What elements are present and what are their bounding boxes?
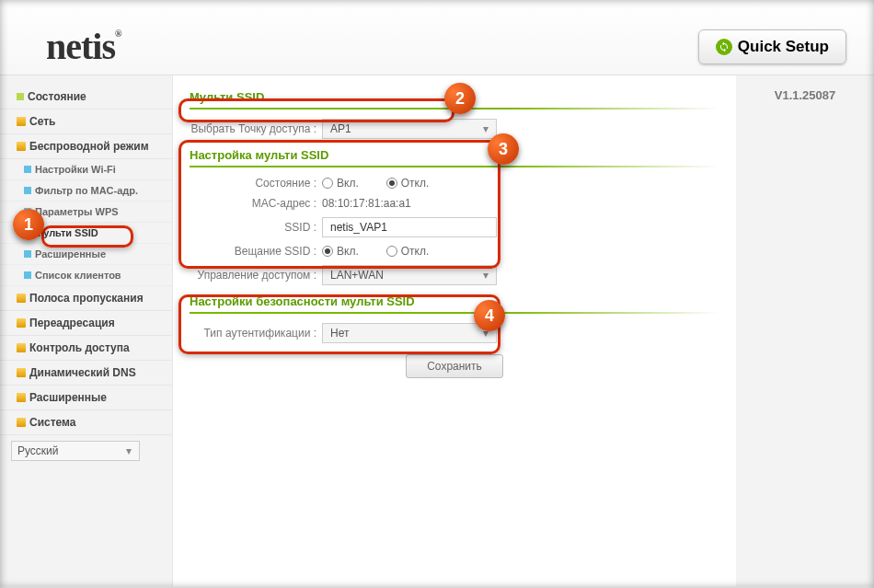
sidebar-item-label: Полоса пропускания — [29, 292, 144, 305]
sidebar-sub-clients[interactable]: Список клиентов — [0, 265, 172, 286]
expand-icon — [17, 294, 26, 303]
bullet-icon — [17, 93, 24, 100]
state-off-radio[interactable]: Откл. — [386, 177, 430, 190]
sidebar-item-access-control[interactable]: Контроль доступа — [0, 336, 172, 361]
save-button[interactable]: Сохранить — [406, 354, 503, 378]
language-select[interactable]: Русский — [11, 441, 140, 461]
ap-select-label: Выбрать Точку доступа : — [190, 122, 322, 135]
expand-icon — [17, 318, 26, 328]
refresh-icon — [716, 39, 732, 55]
sidebar-sub-wps[interactable]: Параметры WPS — [0, 202, 172, 223]
broadcast-label: Вещание SSID : — [190, 245, 322, 258]
expand-icon — [17, 142, 26, 151]
sidebar-item-label: Список клиентов — [35, 270, 121, 281]
divider — [190, 166, 719, 167]
expand-icon — [17, 343, 26, 352]
sidebar-item-ddns[interactable]: Динамический DNS — [0, 361, 172, 386]
sidebar-item-label: Фильтр по MAC-адр. — [35, 185, 138, 196]
state-on-radio[interactable]: Вкл. — [322, 177, 359, 190]
broadcast-off-radio[interactable]: Откл. — [386, 245, 430, 258]
sidebar-item-label: Переадресация — [29, 317, 115, 329]
radio-label: Откл. — [401, 245, 430, 258]
sidebar-item-network[interactable]: Сеть — [0, 110, 172, 134]
access-select[interactable]: LAN+WAN — [322, 265, 497, 285]
expand-icon — [17, 418, 26, 427]
sidebar-item-label: Настройки Wi-Fi — [35, 164, 116, 175]
radio-icon — [386, 178, 397, 189]
expand-icon — [17, 117, 26, 126]
sidebar-item-label: Динамический DNS — [29, 366, 136, 379]
access-label: Управление доступом : — [190, 269, 322, 282]
expand-icon — [17, 393, 26, 402]
sidebar-item-label: Беспроводной режим — [29, 140, 149, 153]
ap-select[interactable]: AP1 — [322, 119, 497, 139]
radio-label: Вкл. — [337, 177, 359, 190]
ssid-input[interactable] — [322, 217, 497, 237]
row-state: Состояние : Вкл. Откл. — [190, 173, 719, 193]
sidebar-sub-wifi-settings[interactable]: Настройки Wi-Fi — [0, 159, 172, 180]
main-content: Мульти SSID Выбрать Точку доступа : AP1 … — [173, 75, 736, 586]
row-mac: MAC-адрес : 08:10:17:81:aa:a1 — [190, 193, 719, 213]
row-broadcast: Вещание SSID : Вкл. Откл. — [190, 241, 719, 261]
expand-icon — [17, 368, 26, 377]
bullet-icon — [24, 208, 31, 215]
sidebar-item-label: Состояние — [28, 90, 86, 103]
bullet-icon — [24, 187, 31, 194]
sidebar-item-label: Расширенные — [35, 248, 106, 259]
sidebar-item-label: Параметры WPS — [35, 206, 119, 217]
auth-label: Тип аутентификации : — [190, 327, 322, 340]
sidebar-sub-multi-ssid[interactable]: Мульти SSID — [0, 223, 172, 244]
sidebar-item-system[interactable]: Система — [0, 410, 172, 435]
bullet-icon — [24, 229, 31, 236]
bullet-icon — [24, 250, 31, 258]
radio-icon — [322, 178, 333, 189]
mac-value: 08:10:17:81:aa:a1 — [322, 197, 411, 210]
row-ssid: SSID : — [190, 213, 719, 241]
row-ap-select: Выбрать Точку доступа : AP1 — [190, 115, 719, 143]
bullet-icon — [24, 166, 31, 173]
header: netis Quick Setup — [0, 0, 874, 75]
sidebar-item-status[interactable]: Состояние — [0, 85, 172, 110]
sidebar-item-label: Расширенные — [29, 391, 107, 404]
auth-select[interactable]: Нет — [322, 323, 497, 343]
sidebar-sub-advanced[interactable]: Расширенные — [0, 244, 172, 265]
version-label: V1.1.25087 — [736, 75, 874, 586]
bullet-icon — [24, 271, 31, 279]
logo: netis — [46, 25, 121, 68]
quick-setup-label: Quick Setup — [738, 38, 829, 56]
sidebar-item-wireless[interactable]: Беспроводной режим — [0, 134, 172, 159]
layout: Состояние Сеть Беспроводной режим Настро… — [0, 75, 874, 586]
radio-icon — [322, 246, 333, 257]
section-title-config: Настройка мульти SSID — [190, 143, 719, 166]
section-title-multi-ssid: Мульти SSID — [190, 85, 719, 108]
radio-label: Откл. — [401, 177, 430, 190]
row-auth: Тип аутентификации : Нет — [190, 319, 719, 347]
broadcast-on-radio[interactable]: Вкл. — [322, 245, 359, 258]
sidebar-item-adv[interactable]: Расширенные — [0, 386, 172, 410]
sidebar-item-label: Контроль доступа — [29, 341, 130, 354]
state-label: Состояние : — [190, 177, 322, 190]
sidebar-item-label: Сеть — [29, 115, 55, 128]
ssid-label: SSID : — [190, 221, 322, 234]
row-access: Управление доступом : LAN+WAN — [190, 261, 719, 289]
sidebar: Состояние Сеть Беспроводной режим Настро… — [0, 75, 173, 586]
radio-icon — [386, 246, 397, 257]
mac-label: MAC-адрес : — [190, 197, 322, 210]
sidebar-item-label: Система — [29, 416, 76, 429]
sidebar-item-forwarding[interactable]: Переадресация — [0, 311, 172, 336]
quick-setup-button[interactable]: Quick Setup — [698, 29, 846, 64]
section-title-security: Настройки безопасности мульти SSID — [190, 289, 719, 312]
divider — [190, 108, 719, 110]
sidebar-item-bandwidth[interactable]: Полоса пропускания — [0, 286, 172, 311]
radio-label: Вкл. — [337, 245, 359, 258]
sidebar-item-label: Мульти SSID — [35, 227, 98, 238]
divider — [190, 312, 719, 314]
sidebar-sub-mac-filter[interactable]: Фильтр по MAC-адр. — [0, 180, 172, 202]
